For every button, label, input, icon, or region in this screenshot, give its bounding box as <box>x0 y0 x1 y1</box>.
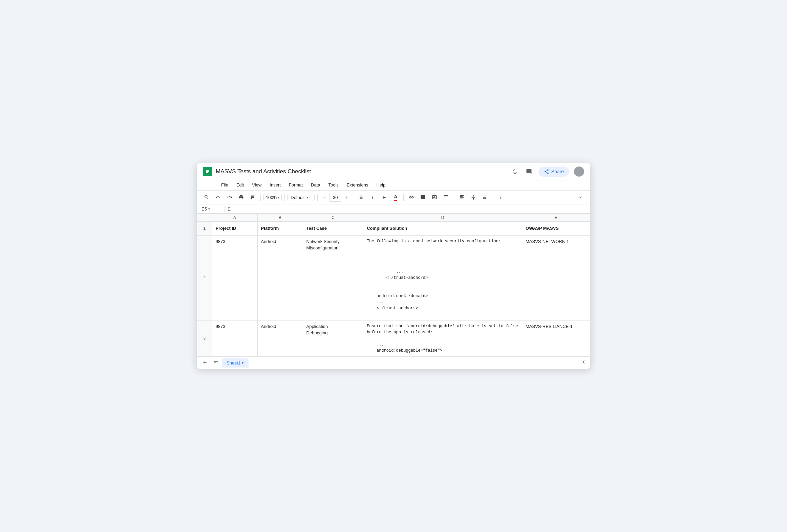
cell-e1[interactable]: OWASP MASVS <box>522 222 590 236</box>
sheet-table: A B C D E 1 Project ID Platform Test Cas… <box>197 214 590 357</box>
svg-rect-3 <box>206 172 208 173</box>
menu-file[interactable]: File <box>218 181 232 189</box>
add-sheet-button[interactable]: + <box>200 358 210 368</box>
cell-d3[interactable]: Ensure that the 'android:debuggable' att… <box>363 320 522 356</box>
sheet-tab-sheet1[interactable]: Sheet1 ▾ <box>222 358 249 368</box>
zoom-selector[interactable]: 100% ▾ <box>263 194 282 201</box>
cell-b3[interactable]: Android <box>257 320 303 356</box>
avatar <box>574 167 584 177</box>
italic-button[interactable]: I <box>367 192 378 202</box>
separator-5 <box>403 194 404 201</box>
menu-help[interactable]: Help <box>373 181 389 189</box>
link-icon[interactable] <box>406 192 417 202</box>
cell-a2[interactable]: 9873 <box>212 235 257 320</box>
separator-7 <box>493 194 493 201</box>
cell-e2[interactable]: MASVS-NETWORK-1 <box>522 235 590 320</box>
collapse-toolbar-icon[interactable] <box>575 192 586 202</box>
row-number: 1 <box>197 222 212 236</box>
merge-cells-icon[interactable] <box>441 192 451 202</box>
chart-icon[interactable] <box>429 192 440 202</box>
font-size-input[interactable] <box>329 193 341 202</box>
history-icon[interactable] <box>510 167 519 176</box>
formula-bar: E5 ▾ Σ <box>197 204 590 214</box>
col-b-header[interactable]: B <box>257 214 303 222</box>
column-header-row: A B C D E <box>197 214 590 222</box>
cell-d1[interactable]: Compliant Solution <box>363 222 522 236</box>
collapse-panel-icon[interactable] <box>581 359 587 367</box>
menu-data[interactable]: Data <box>307 181 323 189</box>
search-icon[interactable] <box>201 192 212 202</box>
sigma-icon: Σ <box>228 206 231 212</box>
document-title: MASVS Tests and Activities Checklist <box>216 168 507 175</box>
text-color-button[interactable]: A <box>390 192 401 202</box>
comment-icon[interactable] <box>418 192 428 202</box>
all-sheets-button[interactable] <box>211 358 220 368</box>
cell-d2-content: The following is a good network security… <box>367 238 518 317</box>
app-icon <box>203 167 212 176</box>
print-icon[interactable] <box>236 192 246 202</box>
comments-icon[interactable] <box>524 167 534 176</box>
table-row: 2 9873 Android Network Security Misconfi… <box>197 235 590 320</box>
table-row: 1 Project ID Platform Test Case Complian… <box>197 222 590 236</box>
align-left-icon[interactable] <box>457 192 467 202</box>
row-number: 3 <box>197 320 212 356</box>
col-e-header[interactable]: E <box>522 214 590 222</box>
cell-b1[interactable]: Platform <box>257 222 303 236</box>
separator-3 <box>317 194 318 201</box>
title-icons: Share <box>510 167 584 177</box>
cell-c3[interactable]: Application Debugging <box>303 320 363 356</box>
font-selector[interactable]: Default ▾ <box>288 194 315 201</box>
menu-edit[interactable]: Edit <box>233 181 247 189</box>
toolbar: 100% ▾ Default ▾ − + B I S A <box>197 191 590 204</box>
menu-insert[interactable]: Insert <box>266 181 284 189</box>
menu-format[interactable]: Format <box>285 181 306 189</box>
text-wrapping-icon[interactable] <box>480 192 490 202</box>
strikethrough-button[interactable]: S <box>379 192 389 202</box>
spreadsheet-window: MASVS Tests and Activities Checklist Sha… <box>197 163 590 369</box>
separator-1 <box>260 194 261 201</box>
menu-view[interactable]: View <box>249 181 265 189</box>
cell-reference[interactable]: E5 ▾ <box>201 206 222 212</box>
cell-c1[interactable]: Test Case <box>303 222 363 236</box>
vertical-align-icon[interactable] <box>468 192 478 202</box>
cell-b2[interactable]: Android <box>257 235 303 320</box>
cell-a3[interactable]: 9873 <box>212 320 257 356</box>
row-number: 2 <box>197 235 212 320</box>
svg-rect-2 <box>206 171 209 172</box>
formula-separator <box>225 206 225 212</box>
font-size-area: − + <box>320 193 350 202</box>
col-d-header[interactable]: D <box>363 214 522 222</box>
cell-d3-content: Ensure that the 'android:debuggable' att… <box>367 323 518 354</box>
cell-a1[interactable]: Project ID <box>212 222 257 236</box>
separator-2 <box>284 194 285 201</box>
increase-font-size-button[interactable]: + <box>342 193 350 201</box>
separator-6 <box>454 194 454 201</box>
redo-icon[interactable] <box>225 192 235 202</box>
undo-icon[interactable] <box>213 192 223 202</box>
svg-rect-1 <box>206 170 209 171</box>
table-row: 3 9873 Android Application Debugging Ens… <box>197 320 590 356</box>
bold-button[interactable]: B <box>356 192 366 202</box>
row-num-col-header <box>197 214 212 222</box>
col-a-header[interactable]: A <box>212 214 257 222</box>
sheet-tab-arrow-icon[interactable]: ▾ <box>242 361 244 365</box>
title-bar: MASVS Tests and Activities Checklist Sha… <box>197 163 590 180</box>
spreadsheet-area: A B C D E 1 Project ID Platform Test Cas… <box>197 214 590 357</box>
separator-4 <box>353 194 353 201</box>
col-c-header[interactable]: C <box>303 214 363 222</box>
decrease-font-size-button[interactable]: − <box>320 193 328 201</box>
cell-d2[interactable]: The following is a good network security… <box>363 235 522 320</box>
cell-ref-dropdown-icon[interactable]: ▾ <box>208 207 210 211</box>
menu-bar: File Edit View Insert Format Data Tools … <box>197 180 590 191</box>
more-options-icon[interactable] <box>496 192 506 202</box>
menu-extensions[interactable]: Extensions <box>343 181 372 189</box>
menu-tools[interactable]: Tools <box>325 181 342 189</box>
paint-format-icon[interactable] <box>248 192 258 202</box>
cell-c2[interactable]: Network Security Misconfiguration <box>303 235 363 320</box>
sheet-tabs: + Sheet1 ▾ <box>197 357 590 369</box>
cell-e3[interactable]: MASVS-RESILIANCE-1 <box>522 320 590 356</box>
share-button[interactable]: Share <box>538 167 569 177</box>
